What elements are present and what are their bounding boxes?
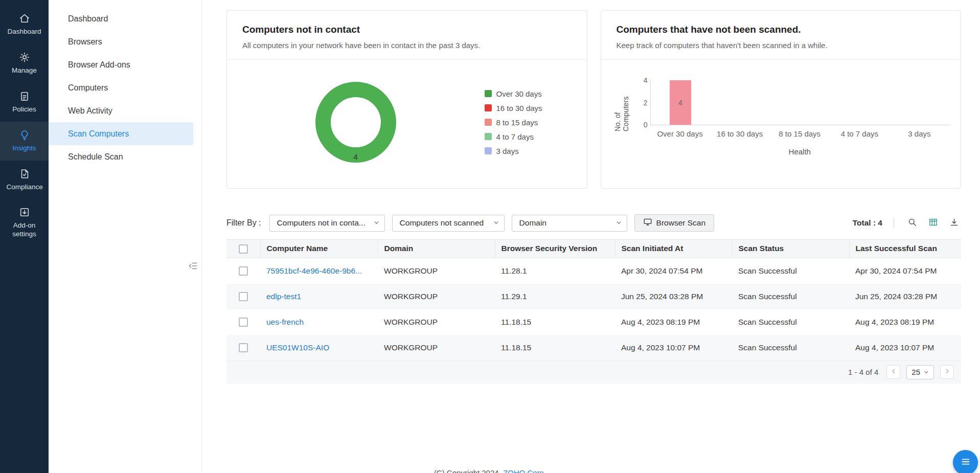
sidebar-item-browser-add-ons[interactable]: Browser Add-ons: [49, 53, 201, 76]
dropdown-value: Computers not scanned: [400, 218, 484, 228]
column-header-browser-security-version[interactable]: Browser Security Version: [495, 240, 615, 258]
column-header-last-successful-scan[interactable]: Last Successful Scan: [849, 240, 961, 258]
cell-last-scan: Aug 4, 2023 10:07 PM: [849, 335, 961, 361]
filter-dropdown-domain[interactable]: Domain: [512, 215, 627, 232]
legend-item: 3 days: [485, 147, 573, 155]
chevron-down-icon: [370, 218, 379, 228]
filter-dropdown-scanned[interactable]: Computers not scanned: [392, 215, 505, 232]
rail-item-compliance[interactable]: Compliance: [0, 161, 49, 199]
copyright-prefix: (C) Copyright 2024,: [434, 468, 503, 473]
sidebar-item-browsers[interactable]: Browsers: [49, 30, 201, 53]
column-header-computer-name[interactable]: Computer Name: [260, 240, 378, 258]
policies-icon: [19, 91, 30, 102]
cell-last-scan: Apr 30, 2024 07:54 PM: [849, 258, 961, 284]
row-checkbox[interactable]: [239, 292, 248, 301]
select-all-checkbox[interactable]: [239, 244, 248, 254]
legend-label: 3 days: [496, 147, 519, 155]
chevron-down-icon: [924, 368, 929, 376]
sidebar-item-computers[interactable]: Computers: [49, 76, 201, 99]
hamburger-menu-icon: [960, 456, 971, 469]
card-title: Computers that have not been scanned.: [617, 24, 946, 35]
rail-item-label: Dashboard: [7, 28, 41, 36]
app-root: Dashboard Manage Policies Insights Compl…: [0, 0, 980, 473]
bar-over-30-days: 4: [670, 80, 691, 125]
cell-scan-initiated: Aug 4, 2023 10:07 PM: [615, 335, 732, 361]
column-header-scan-initiated-at[interactable]: Scan Initiated At: [615, 240, 732, 258]
chevron-down-icon: [612, 218, 622, 228]
search-button[interactable]: [905, 215, 919, 231]
rail-item-label: Add-on settings: [7, 221, 42, 239]
y-tick: 0: [636, 121, 648, 129]
export-button[interactable]: [947, 215, 961, 231]
cell-scan-status: Scan Successful: [732, 335, 849, 361]
filter-dropdown-contact[interactable]: Computers not in conta...: [269, 215, 385, 232]
cell-version: 11.18.15: [495, 335, 615, 361]
row-checkbox[interactable]: [239, 343, 248, 352]
cell-domain: WORKGROUP: [378, 335, 495, 361]
computer-name-link[interactable]: ues-french: [266, 318, 304, 326]
table-row: ues-french WORKGROUP 11.18.15 Aug 4, 202…: [226, 309, 961, 335]
row-checkbox[interactable]: [239, 266, 248, 276]
search-icon: [907, 217, 917, 229]
computer-name-link[interactable]: edlp-test1: [266, 292, 301, 301]
donut-chart-area: 4 Over 30 days 16 to 30 days 8 to 15 day…: [227, 60, 587, 185]
browser-scan-label: Browser Scan: [656, 218, 705, 228]
bar-slot: 4: [651, 80, 711, 125]
row-checkbox[interactable]: [239, 318, 248, 327]
zoho-corp-link[interactable]: ZOHO Corp.: [503, 468, 546, 473]
x-axis-categories: Over 30 days 16 to 30 days 8 to 15 days …: [650, 129, 950, 138]
card-subtitle: Keep track of computers that haven't bee…: [617, 41, 946, 50]
computer-name-link[interactable]: 75951bcf-4e96-460e-9b6...: [266, 266, 362, 275]
bar-chart-area: No. of Computers 4 2 0 4: [601, 60, 961, 156]
next-page-button[interactable]: [940, 365, 954, 379]
card-subtitle: All computers in your network have been …: [242, 41, 572, 50]
legend-item: 8 to 15 days: [485, 118, 573, 127]
legend-label: 4 to 7 days: [496, 132, 534, 141]
column-chooser-button[interactable]: [926, 215, 940, 231]
rail-item-label: Manage: [12, 66, 37, 75]
sidebar-item-dashboard[interactable]: Dashboard: [49, 7, 201, 30]
nav-rail: Dashboard Manage Policies Insights Compl…: [0, 0, 49, 473]
bar-slot: [890, 80, 949, 125]
legend-label: 8 to 15 days: [496, 118, 538, 127]
cell-scan-status: Scan Successful: [732, 258, 849, 284]
sidebar-item-web-activity[interactable]: Web Activity: [49, 99, 201, 122]
legend-swatch: [485, 119, 492, 126]
legend-swatch: [485, 147, 492, 154]
rail-item-insights[interactable]: Insights: [0, 122, 49, 161]
total-count: Total : 4: [853, 218, 882, 228]
donut-value-label: 4: [354, 152, 358, 161]
card-computers-not-scanned: Computers that have not been scanned. Ke…: [601, 10, 962, 189]
previous-page-button[interactable]: [886, 365, 900, 379]
cell-scan-initiated: Aug 4, 2023 08:19 PM: [615, 309, 732, 335]
rail-item-policies[interactable]: Policies: [0, 83, 49, 122]
x-tick-label: 16 to 30 days: [710, 129, 770, 138]
rail-item-dashboard[interactable]: Dashboard: [0, 5, 49, 44]
computer-name-link[interactable]: UES01W10S-AIO: [266, 343, 329, 352]
rail-item-add-on-settings[interactable]: Add-on settings: [0, 199, 49, 246]
legend-label: Over 30 days: [496, 89, 542, 98]
sidebar-item-scan-computers[interactable]: Scan Computers: [49, 122, 193, 145]
bar-slot: [710, 80, 770, 125]
cell-last-scan: Jun 25, 2024 03:28 PM: [849, 284, 961, 309]
filter-toolbar: Filter By : Computers not in conta... Co…: [226, 214, 961, 232]
card-computers-not-in-contact: Computers not in contact All computers i…: [226, 10, 587, 189]
column-header-domain[interactable]: Domain: [378, 240, 495, 258]
cell-domain: WORKGROUP: [378, 284, 495, 309]
sidebar-item-schedule-scan[interactable]: Schedule Scan: [49, 145, 201, 168]
pagination-bar: 1 - 4 of 4 25: [226, 361, 961, 384]
floating-menu-button[interactable]: [953, 450, 978, 473]
filter-by-label: Filter By :: [226, 218, 261, 228]
insights-bulb-icon: [19, 129, 30, 141]
rail-item-manage[interactable]: Manage: [0, 44, 49, 83]
cell-version: 11.18.15: [495, 309, 615, 335]
sidebar-collapse-button[interactable]: [186, 259, 200, 275]
table-row: UES01W10S-AIO WORKGROUP 11.18.15 Aug 4, …: [226, 335, 961, 361]
page-size-select[interactable]: 25: [906, 365, 934, 379]
table-row: 75951bcf-4e96-460e-9b6... WORKGROUP 11.2…: [226, 258, 961, 284]
browser-scan-button[interactable]: Browser Scan: [634, 214, 714, 232]
summary-cards: Computers not in contact All computers i…: [226, 10, 961, 189]
rail-item-label: Policies: [12, 105, 36, 114]
column-header-scan-status[interactable]: Scan Status: [732, 240, 849, 258]
toolbar-divider: [894, 218, 894, 228]
